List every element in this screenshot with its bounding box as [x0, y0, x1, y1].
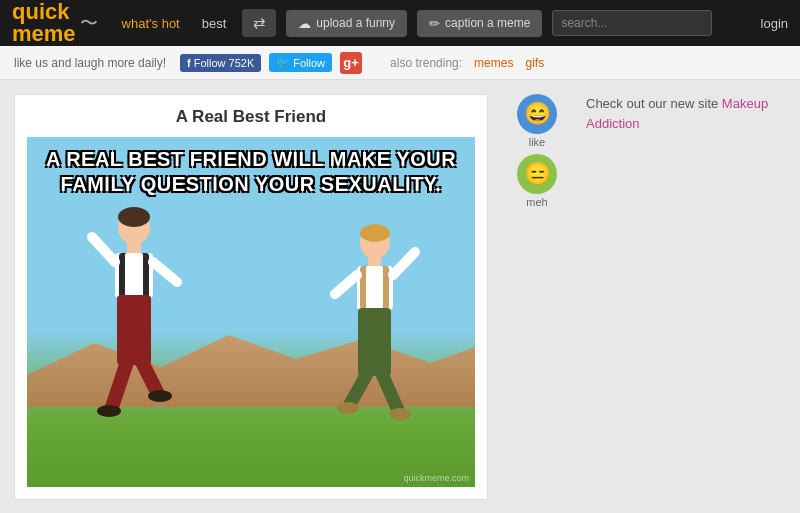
navbar: quick meme 〜 what's hot best ⇄ ☁ upload …	[0, 0, 800, 46]
svg-line-7	[153, 262, 177, 282]
like-us-text: like us and laugh more daily!	[14, 56, 166, 70]
fb-icon: f	[187, 57, 191, 69]
svg-point-11	[97, 405, 121, 417]
svg-point-24	[337, 402, 359, 414]
upload-label: upload a funny	[316, 16, 395, 30]
like-face: 😄	[517, 94, 557, 134]
meme-title: A Real Best Friend	[27, 107, 475, 127]
makeup-ad: Check out our new site Makeup Addiction	[586, 94, 786, 133]
svg-point-1	[118, 207, 150, 227]
fb-count: 752K	[229, 57, 255, 69]
twitter-bird-icon: 🐦	[276, 56, 290, 69]
svg-point-25	[389, 408, 411, 420]
logo-meme: meme	[12, 21, 76, 46]
shuffle-button[interactable]: ⇄	[242, 9, 276, 37]
svg-line-6	[92, 237, 115, 262]
svg-rect-8	[117, 295, 151, 365]
svg-rect-18	[366, 266, 383, 309]
svg-rect-5	[125, 253, 143, 297]
svg-rect-21	[358, 308, 391, 376]
svg-rect-15	[368, 257, 381, 267]
svg-line-22	[350, 374, 367, 404]
meh-label: meh	[526, 196, 547, 208]
meme-watermark: quickmeme.com	[403, 473, 469, 483]
meh-reaction-button[interactable]: 😑 meh	[517, 154, 557, 208]
person1-figure	[87, 207, 182, 417]
trend-memes-link[interactable]: memes	[474, 56, 513, 70]
meme-panel: A Real Best Friend	[14, 94, 488, 500]
caption-label: caption a meme	[445, 16, 530, 30]
svg-line-23	[382, 374, 398, 410]
like-reaction-button[interactable]: 😄 like	[517, 94, 557, 148]
svg-line-20	[393, 252, 415, 275]
svg-line-9	[112, 362, 127, 407]
sidebar: Check out our new site Makeup Addiction	[586, 94, 786, 500]
logo-text: quick meme	[12, 1, 76, 45]
nav-whats-hot[interactable]: what's hot	[116, 12, 186, 35]
trend-gifs-link[interactable]: gifs	[525, 56, 544, 70]
googleplus-button[interactable]: g+	[340, 52, 362, 74]
person2-figure	[330, 222, 420, 422]
upload-button[interactable]: ☁ upload a funny	[286, 10, 407, 37]
shuffle-icon: ⇄	[253, 14, 266, 32]
svg-rect-2	[127, 243, 141, 253]
caption-icon: ✏	[429, 16, 440, 31]
svg-point-14	[360, 224, 390, 242]
logo-squiggle: 〜	[80, 11, 98, 35]
like-label: like	[529, 136, 546, 148]
search-input[interactable]	[552, 10, 712, 36]
fb-label: Follow	[194, 57, 226, 69]
logo[interactable]: quick meme 〜	[12, 1, 98, 45]
subbar: like us and laugh more daily! f Follow 7…	[0, 46, 800, 80]
upload-icon: ☁	[298, 16, 311, 31]
facebook-follow-button[interactable]: f Follow 752K	[180, 54, 261, 72]
meme-caption: A Real best friend will make your family…	[27, 137, 475, 207]
svg-line-19	[335, 275, 357, 294]
also-trending-label: also trending:	[390, 56, 462, 70]
meme-image: A Real best friend will make your family…	[27, 137, 475, 487]
twitter-follow-button[interactable]: 🐦 Follow	[269, 53, 332, 72]
svg-point-12	[148, 390, 172, 402]
login-button[interactable]: login	[761, 16, 788, 31]
main-content: A Real Best Friend	[0, 80, 800, 513]
meh-face: 😑	[517, 154, 557, 194]
tw-label: Follow	[293, 57, 325, 69]
reaction-panel: 😄 like 😑 meh	[502, 94, 572, 500]
nav-best[interactable]: best	[196, 12, 233, 35]
ad-text: Check out our new site	[586, 96, 722, 111]
svg-line-10	[142, 362, 157, 392]
caption-button[interactable]: ✏ caption a meme	[417, 10, 542, 37]
